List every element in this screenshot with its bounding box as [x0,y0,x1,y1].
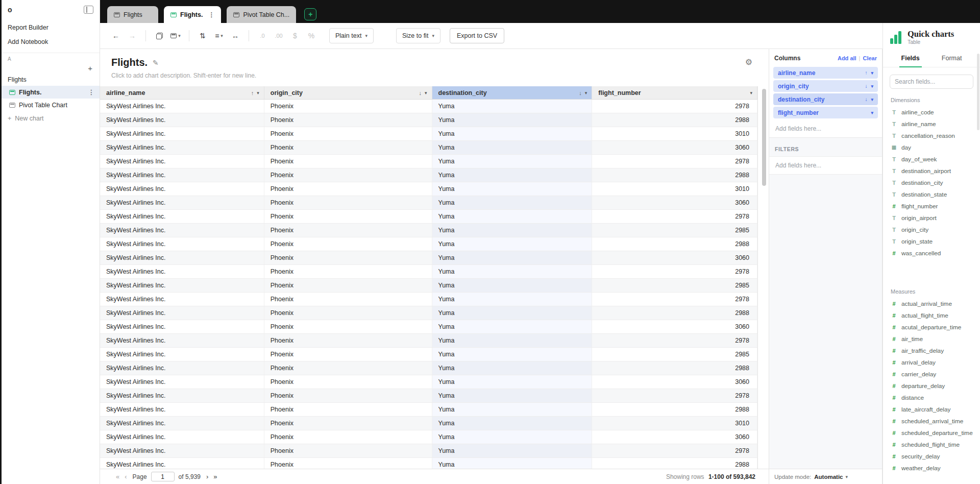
cell-airline-name[interactable]: SkyWest Airlines Inc. [100,430,264,444]
column-menu-icon[interactable]: ▾ [585,90,587,95]
cell-destination-city[interactable]: Yuma [432,348,593,361]
cell-airline-name[interactable]: SkyWest Airlines Inc. [100,458,264,469]
cell-flight-number[interactable]: 2988 [592,237,757,251]
cell-airline-name[interactable]: SkyWest Airlines Inc. [100,348,264,361]
cell-destination-city[interactable]: Yuma [432,361,593,375]
search-input[interactable] [895,78,974,85]
prev-page-button[interactable]: ‹ [122,473,129,480]
pill-menu-icon[interactable]: ▾ [871,97,873,102]
settings-gear-icon[interactable]: ⚙ [745,57,752,67]
cell-origin-city[interactable]: Phoenix [264,375,432,389]
table-row[interactable]: SkyWest Airlines Inc. Phoenix Yuma 2978 [100,293,757,306]
cell-destination-city[interactable]: Yuma [432,127,593,140]
cell-origin-city[interactable]: Phoenix [264,334,432,347]
new-tab-button[interactable]: + [304,8,316,20]
field-item[interactable]: T origin_airport [891,212,972,224]
alignment-button[interactable]: ≡▾ [211,28,227,43]
column-menu-icon[interactable]: ▾ [750,90,752,95]
cell-origin-city[interactable]: Phoenix [264,265,432,278]
column-menu-icon[interactable]: ▾ [257,90,259,95]
sidebar-tree-item[interactable]: Flights. ⋮ [2,86,100,99]
cell-airline-name[interactable]: SkyWest Airlines Inc. [100,279,264,292]
back-button[interactable]: ← [108,28,124,43]
cell-destination-city[interactable]: Yuma [432,168,593,182]
cell-origin-city[interactable]: Phoenix [264,251,432,264]
cell-airline-name[interactable]: SkyWest Airlines Inc. [100,113,264,127]
field-item[interactable]: T origin_state [891,235,972,247]
column-header[interactable]: origin_city ↓ ▾ [264,86,432,99]
update-mode-select[interactable]: Automatic [814,474,843,480]
cell-airline-name[interactable]: SkyWest Airlines Inc. [100,417,264,430]
cell-origin-city[interactable]: Phoenix [264,458,432,469]
cell-origin-city[interactable]: Phoenix [264,403,432,416]
cell-origin-city[interactable]: Phoenix [264,113,432,127]
cell-destination-city[interactable]: Yuma [432,293,593,306]
cell-airline-name[interactable]: SkyWest Airlines Inc. [100,127,264,140]
field-item[interactable]: T airline_code [891,106,972,118]
cell-destination-city[interactable]: Yuma [432,100,593,113]
cell-origin-city[interactable]: Phoenix [264,210,432,223]
filters-dropzone[interactable]: Add fields here... [769,156,882,175]
add-section-icon[interactable]: + [88,65,92,72]
cell-flight-number[interactable]: 2988 [592,458,757,469]
cell-destination-city[interactable]: Yuma [432,375,593,389]
table-row[interactable]: SkyWest Airlines Inc. Phoenix Yuma 2988 [100,403,757,417]
cell-destination-city[interactable]: Yuma [432,279,593,292]
cell-destination-city[interactable]: Yuma [432,265,593,278]
table-row[interactable]: SkyWest Airlines Inc. Phoenix Yuma 3060 [100,251,757,265]
fields-panel-tab[interactable]: Format [940,50,964,67]
cell-origin-city[interactable]: Phoenix [264,320,432,333]
add-fields-dropzone[interactable]: Add fields here... [769,120,882,133]
cell-flight-number[interactable]: 2988 [592,403,757,416]
cell-flight-number[interactable]: 2978 [592,444,757,457]
cell-flight-number[interactable]: 2985 [592,348,757,361]
cell-destination-city[interactable]: Yuma [432,334,593,347]
cell-flight-number[interactable]: 2978 [592,100,757,113]
cell-origin-city[interactable]: Phoenix [264,168,432,182]
field-item[interactable]: # weather_delay [891,462,972,474]
cell-airline-name[interactable]: SkyWest Airlines Inc. [100,141,264,154]
field-item[interactable]: ▦ day [891,141,972,153]
field-item[interactable]: T destination_state [891,188,972,200]
cell-destination-city[interactable]: Yuma [432,251,593,264]
field-item[interactable]: # scheduled_departure_time [891,427,972,439]
cell-destination-city[interactable]: Yuma [432,306,593,320]
cell-flight-number[interactable]: 2985 [592,224,757,237]
field-item[interactable]: # acutal_departure_time [891,321,972,333]
cell-destination-city[interactable]: Yuma [432,417,593,430]
cell-destination-city[interactable]: Yuma [432,403,593,416]
chart-title[interactable]: Flights. [111,57,148,68]
cell-origin-city[interactable]: Phoenix [264,182,432,196]
cell-origin-city[interactable]: Phoenix [264,348,432,361]
cell-flight-number[interactable]: 2978 [592,334,757,347]
document-tab[interactable]: Flights ⋮ [107,6,158,23]
field-item[interactable]: # air_time [891,333,972,345]
field-item[interactable]: # scheduled_arrival_time [891,415,972,427]
clear-link[interactable]: Clear [863,55,877,61]
cell-flight-number[interactable]: 2988 [592,168,757,182]
new-chart-button[interactable]: + New chart [2,111,100,126]
field-item[interactable]: T origin_city [891,224,972,235]
cell-airline-name[interactable]: SkyWest Airlines Inc. [100,403,264,416]
field-item[interactable]: # actual_flight_time [891,309,972,321]
cell-flight-number[interactable]: 3010 [592,127,757,140]
cell-airline-name[interactable]: SkyWest Airlines Inc. [100,265,264,278]
cell-flight-number[interactable]: 3060 [592,320,757,333]
decimal-increase-button[interactable]: .00 [271,28,286,43]
cell-airline-name[interactable]: SkyWest Airlines Inc. [100,210,264,223]
cell-flight-number[interactable]: 2978 [592,265,757,278]
cell-destination-city[interactable]: Yuma [432,196,593,209]
field-item[interactable]: T day_of_week [891,153,972,165]
cell-destination-city[interactable]: Yuma [432,224,593,237]
cell-flight-number[interactable]: 2978 [592,155,757,168]
cell-airline-name[interactable]: SkyWest Airlines Inc. [100,361,264,375]
cell-flight-number[interactable]: 3010 [592,417,757,430]
forward-button[interactable]: → [125,28,140,43]
field-item[interactable]: # was_cancelled [891,247,972,259]
field-item[interactable]: # flight_number [891,200,972,212]
edit-title-icon[interactable]: ✎ [153,59,159,67]
fit-width-button[interactable]: ↔ [228,28,243,43]
column-header[interactable]: destination_city ↓ ▾ [432,86,593,99]
table-row[interactable]: SkyWest Airlines Inc. Phoenix Yuma 3060 [100,141,757,155]
tab-menu-icon[interactable]: ⋮ [208,11,214,18]
